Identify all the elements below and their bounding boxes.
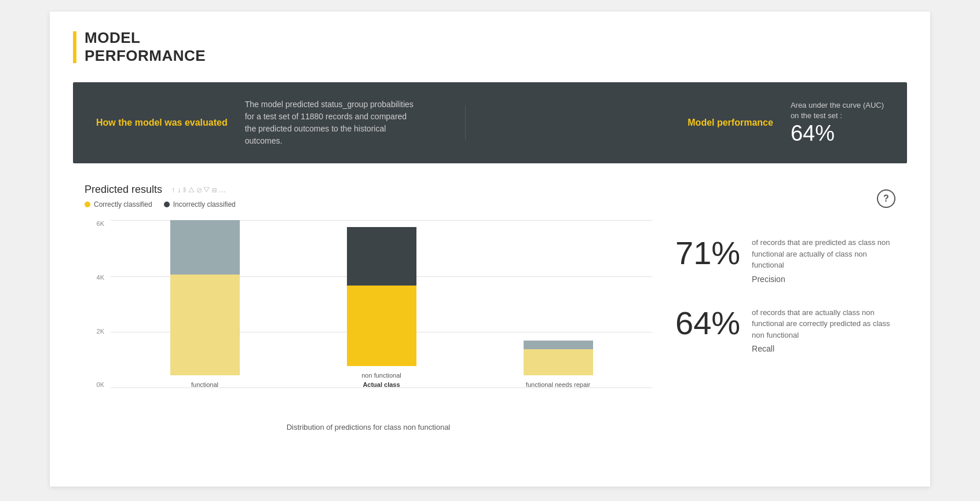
banner-divider	[465, 105, 466, 140]
y-label-2k: 2K	[85, 328, 108, 335]
chart-title: Predicted results	[85, 184, 162, 196]
main-content: Predicted results ↑ ↓ ⦀ △ ⊘ ▽ ⊟ … Correc…	[73, 184, 907, 431]
title-accent	[73, 31, 76, 63]
chart-toolbar-icons[interactable]: ↑ ↓ ⦀ △ ⊘ ▽ ⊟ …	[171, 185, 226, 195]
banner-performance-section: Model performance Area under the curve (…	[688, 100, 884, 146]
precision-name: Precision	[752, 275, 895, 284]
auc-block: Area under the curve (AUC)on the test se…	[791, 100, 884, 146]
bar-group-repair: functional needs repair	[476, 220, 641, 388]
page-title: MODEL PERFORMANCE	[85, 29, 206, 65]
precision-value: 71%	[675, 237, 740, 269]
y-axis: 0K 2K 4K 6K	[85, 220, 108, 388]
evaluation-label: How the model was evaluated	[96, 118, 228, 128]
bar-incorrect-nonfunctional	[347, 227, 416, 286]
recall-details: of records that are actually class non f…	[752, 307, 895, 354]
bars-area: functional non functional Actual class	[111, 220, 652, 388]
y-label-6k: 6K	[85, 220, 108, 227]
stacked-bar-nonfunctional	[347, 227, 416, 366]
help-icon[interactable]: ?	[877, 189, 895, 208]
help-icon-wrap: ?	[675, 189, 895, 208]
bar-group-functional: functional	[122, 220, 287, 388]
legend-label-correct: Correctly classified	[94, 200, 152, 209]
bar-incorrect-functional	[170, 220, 240, 275]
auc-value: 64%	[791, 121, 884, 146]
legend-correctly-classified: Correctly classified	[85, 200, 152, 209]
chart-section: Predicted results ↑ ↓ ⦀ △ ⊘ ▽ ⊟ … Correc…	[85, 184, 652, 431]
precision-description: of records that are predicted as class n…	[752, 237, 895, 271]
stacked-bar-repair	[524, 341, 593, 375]
stats-section: ? 71% of records that are predicted as c…	[675, 184, 895, 431]
legend-label-incorrect: Incorrectly classified	[173, 200, 236, 209]
stacked-bar-functional	[170, 220, 240, 375]
legend-dot-incorrect	[164, 202, 170, 207]
bars-container: functional non functional Actual class	[111, 220, 652, 388]
chart-subtitle: Distribution of predictions for class no…	[85, 423, 652, 431]
bar-correct-functional	[170, 275, 240, 375]
info-banner: How the model was evaluated The model pr…	[73, 82, 907, 163]
recall-name: Recall	[752, 344, 895, 353]
bar-chart: 0K 2K 4K 6K	[85, 220, 652, 417]
chart-header: Predicted results ↑ ↓ ⦀ △ ⊘ ▽ ⊟ …	[85, 184, 652, 196]
bar-correct-nonfunctional	[347, 286, 416, 366]
bar-xlabel-nonfunctional: non functional	[361, 372, 401, 379]
evaluation-description: The model predicted status_group probabi…	[245, 98, 419, 147]
chart-legend: Correctly classified Incorrectly classif…	[85, 200, 652, 209]
stat-block-recall: 64% of records that are actually class n…	[675, 307, 895, 354]
bar-correct-repair	[524, 349, 593, 375]
bar-incorrect-repair	[524, 341, 593, 349]
bar-xsublabel-nonfunctional: Actual class	[363, 381, 400, 388]
banner-evaluation-section: How the model was evaluated The model pr…	[96, 98, 419, 147]
y-label-4k: 4K	[85, 274, 108, 281]
legend-dot-correct	[85, 202, 90, 207]
legend-incorrectly-classified: Incorrectly classified	[164, 200, 236, 209]
bar-group-nonfunctional: non functional Actual class	[299, 220, 464, 388]
bar-xlabel-functional: functional	[191, 381, 218, 388]
page-header: MODEL PERFORMANCE	[73, 29, 907, 65]
performance-label: Model performance	[688, 118, 773, 128]
bar-xlabel-repair: functional needs repair	[526, 381, 590, 388]
recall-value: 64%	[675, 307, 740, 339]
page-container: MODEL PERFORMANCE How the model was eval…	[50, 12, 930, 487]
recall-description: of records that are actually class non f…	[752, 307, 895, 341]
y-label-0: 0K	[85, 381, 108, 388]
stat-block-precision: 71% of records that are predicted as cla…	[675, 237, 895, 284]
precision-details: of records that are predicted as class n…	[752, 237, 895, 284]
auc-subtitle: Area under the curve (AUC)on the test se…	[791, 100, 884, 121]
